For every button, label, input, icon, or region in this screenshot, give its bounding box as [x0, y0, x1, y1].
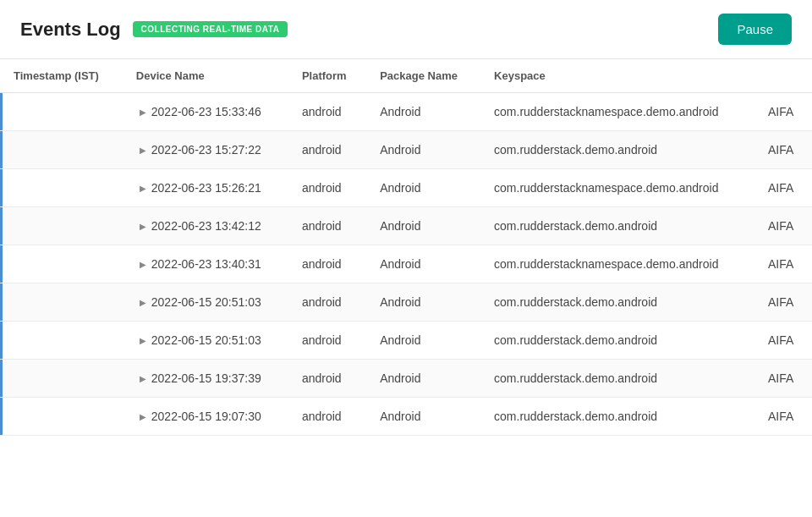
table-row[interactable]: ▶2022-06-23 15:27:22androidAndroidcom.ru…: [0, 131, 812, 169]
cell-device-name: android: [288, 360, 366, 398]
cell-package-name: com.rudderstack.demo.android: [480, 360, 754, 398]
cell-keyspace: AIFA: [754, 169, 812, 207]
header-left: Events Log COLLECTING REAL-TIME DATA: [20, 19, 288, 41]
cell-package-name: com.rudderstack.demo.android: [480, 207, 754, 245]
col-package-name: Package Name: [366, 59, 480, 93]
cell-keyspace: AIFA: [754, 322, 812, 360]
cell-device-name: android: [288, 131, 366, 169]
cell-platform: Android: [366, 131, 480, 169]
table-row[interactable]: ▶2022-06-15 19:07:30androidAndroidcom.ru…: [0, 398, 812, 436]
expand-icon[interactable]: ▶: [140, 374, 146, 383]
cell-device-name: android: [288, 245, 366, 283]
cell-platform: Android: [366, 398, 480, 436]
cell-device-name: android: [288, 169, 366, 207]
cell-timestamp: ▶2022-06-23 15:33:46: [123, 93, 288, 131]
cell-keyspace: AIFA: [754, 398, 812, 436]
cell-package-name: com.rudderstack.demo.android: [480, 283, 754, 322]
cell-timestamp: ▶2022-06-15 20:51:03: [123, 283, 288, 322]
table-row[interactable]: ▶2022-06-15 19:37:39androidAndroidcom.ru…: [0, 360, 812, 398]
cell-keyspace: AIFA: [754, 207, 812, 245]
cell-platform: Android: [366, 283, 480, 322]
col-keyspace: Keyspace: [480, 59, 754, 93]
cell-timestamp: ▶2022-06-15 20:51:03: [123, 322, 288, 360]
cell-device-name: android: [288, 93, 366, 131]
cell-device-name: android: [288, 322, 366, 360]
table-row[interactable]: ▶2022-06-23 15:26:21androidAndroidcom.ru…: [0, 169, 812, 207]
cell-keyspace: AIFA: [754, 93, 812, 131]
cell-device-name: android: [288, 398, 366, 436]
collecting-badge: COLLECTING REAL-TIME DATA: [133, 21, 288, 37]
cell-platform: Android: [366, 93, 480, 131]
cell-package-name: com.rudderstack.demo.android: [480, 322, 754, 360]
cell-package-name: com.rudderstacknamespace.demo.android: [480, 93, 754, 131]
cell-platform: Android: [366, 360, 480, 398]
cell-timestamp: ▶2022-06-23 15:27:22: [123, 131, 288, 169]
cell-timestamp: ▶2022-06-15 19:37:39: [123, 360, 288, 398]
table-body: ▶2022-06-23 15:33:46androidAndroidcom.ru…: [0, 93, 812, 436]
expand-icon[interactable]: ▶: [140, 412, 146, 421]
col-timestamp: Timestamp (IST): [0, 59, 123, 93]
cell-timestamp: ▶2022-06-23 13:42:12: [123, 207, 288, 245]
expand-icon[interactable]: ▶: [140, 260, 146, 269]
cell-keyspace: AIFA: [754, 245, 812, 283]
cell-package-name: com.rudderstacknamespace.demo.android: [480, 169, 754, 207]
table-row[interactable]: ▶2022-06-23 13:40:31androidAndroidcom.ru…: [0, 245, 812, 283]
events-table: Timestamp (IST) Device Name Platform Pac…: [0, 58, 812, 436]
page-title: Events Log: [20, 19, 121, 41]
page-container: Events Log COLLECTING REAL-TIME DATA Pau…: [0, 0, 812, 517]
table-header: Timestamp (IST) Device Name Platform Pac…: [0, 59, 812, 93]
expand-icon[interactable]: ▶: [140, 222, 146, 231]
expand-icon[interactable]: ▶: [140, 107, 146, 117]
table-row[interactable]: ▶2022-06-15 20:51:03androidAndroidcom.ru…: [0, 322, 812, 360]
cell-device-name: android: [288, 283, 366, 322]
cell-platform: Android: [366, 322, 480, 360]
cell-timestamp: ▶2022-06-15 19:07:30: [123, 398, 288, 436]
cell-platform: Android: [366, 169, 480, 207]
cell-keyspace: AIFA: [754, 360, 812, 398]
cell-timestamp: ▶2022-06-23 15:26:21: [123, 169, 288, 207]
table-row[interactable]: ▶2022-06-23 15:33:46androidAndroidcom.ru…: [0, 93, 812, 131]
cell-platform: Android: [366, 207, 480, 245]
cell-keyspace: AIFA: [754, 131, 812, 169]
expand-icon[interactable]: ▶: [140, 146, 146, 155]
cell-package-name: com.rudderstacknamespace.demo.android: [480, 245, 754, 283]
header-row: Timestamp (IST) Device Name Platform Pac…: [0, 59, 812, 93]
expand-icon[interactable]: ▶: [140, 184, 146, 193]
pause-button[interactable]: Pause: [718, 14, 792, 45]
expand-icon[interactable]: ▶: [140, 298, 146, 307]
page-header: Events Log COLLECTING REAL-TIME DATA Pau…: [0, 0, 812, 58]
table-row[interactable]: ▶2022-06-23 13:42:12androidAndroidcom.ru…: [0, 207, 812, 245]
table-wrapper: Timestamp (IST) Device Name Platform Pac…: [0, 58, 812, 436]
cell-keyspace: AIFA: [754, 283, 812, 322]
col-device-name: Device Name: [123, 59, 288, 93]
expand-icon[interactable]: ▶: [140, 336, 146, 345]
table-row[interactable]: ▶2022-06-15 20:51:03androidAndroidcom.ru…: [0, 283, 812, 322]
cell-package-name: com.rudderstack.demo.android: [480, 131, 754, 169]
cell-timestamp: ▶2022-06-23 13:40:31: [123, 245, 288, 283]
cell-platform: Android: [366, 245, 480, 283]
col-platform: Platform: [288, 59, 366, 93]
cell-package-name: com.rudderstack.demo.android: [480, 398, 754, 436]
cell-device-name: android: [288, 207, 366, 245]
